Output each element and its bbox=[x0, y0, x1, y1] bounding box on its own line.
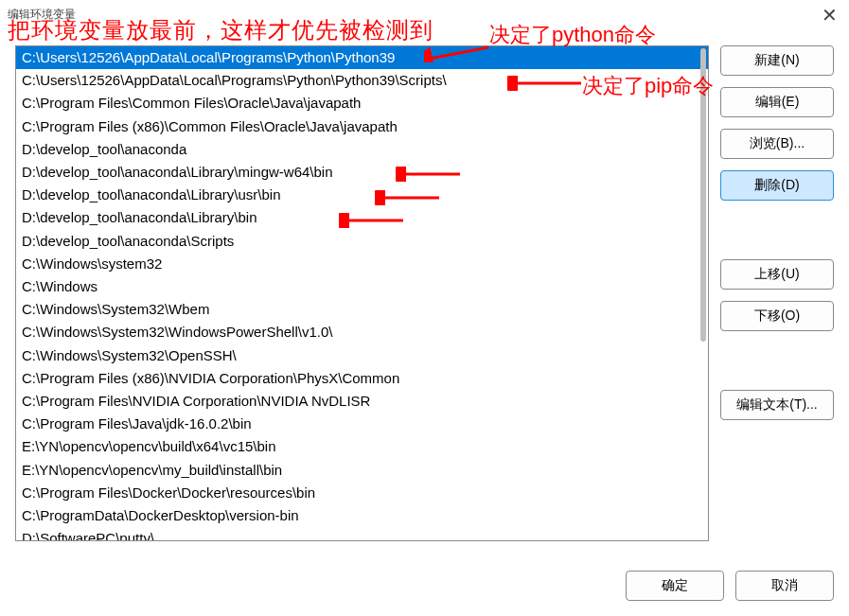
list-item[interactable]: C:\ProgramData\DockerDesktop\version-bin bbox=[16, 504, 708, 527]
list-item[interactable]: C:\Windows bbox=[16, 275, 708, 298]
path-listbox[interactable]: C:\Users\12526\AppData\Local\Programs\Py… bbox=[15, 45, 709, 541]
cancel-button[interactable]: 取消 bbox=[735, 571, 834, 601]
list-item[interactable]: C:\Windows\system32 bbox=[16, 253, 708, 275]
svg-line-1 bbox=[430, 47, 488, 59]
arrow-icon bbox=[339, 213, 405, 228]
moveup-button[interactable]: 上移(U) bbox=[720, 259, 834, 290]
list-item[interactable]: C:\Windows\System32\Wbem bbox=[16, 298, 708, 321]
list-item[interactable]: C:\Program Files\Java\jdk-16.0.2\bin bbox=[16, 413, 708, 435]
arrow-icon bbox=[396, 167, 462, 182]
list-item[interactable]: D:\SoftwarePC\putty\ bbox=[16, 527, 708, 541]
list-item[interactable]: C:\Windows\System32\OpenSSH\ bbox=[16, 344, 708, 367]
list-item[interactable]: C:\Program Files (x86)\NVIDIA Corporatio… bbox=[16, 367, 708, 390]
list-item[interactable]: C:\Program Files\Docker\Docker\resources… bbox=[16, 482, 708, 504]
ok-button[interactable]: 确定 bbox=[626, 571, 724, 601]
list-item[interactable]: C:\Windows\System32\WindowsPowerShell\v1… bbox=[16, 321, 708, 343]
new-button[interactable]: 新建(N) bbox=[720, 45, 834, 76]
edittext-button[interactable]: 编辑文本(T)... bbox=[720, 390, 834, 420]
close-icon[interactable]: ✕ bbox=[822, 4, 838, 26]
edit-button[interactable]: 编辑(E) bbox=[720, 87, 834, 117]
list-item[interactable]: E:\YN\opencv\opencv\build\x64\vc15\bin bbox=[16, 435, 708, 458]
list-item[interactable]: E:\YN\opencv\opencv\my_build\install\bin bbox=[16, 459, 708, 482]
annotation-python: 决定了python命令 bbox=[489, 21, 656, 49]
movedown-button[interactable]: 下移(O) bbox=[720, 301, 834, 331]
list-item[interactable]: D:\develop_tool\anaconda\Library\mingw-w… bbox=[16, 161, 708, 184]
arrow-icon bbox=[507, 76, 583, 91]
delete-button[interactable]: 删除(D) bbox=[720, 170, 834, 201]
annotation-pip: 决定了pip命令 bbox=[582, 72, 714, 100]
list-item[interactable]: C:\Users\12526\AppData\Local\Programs\Py… bbox=[16, 46, 708, 69]
arrow-icon bbox=[375, 190, 441, 205]
arrow-icon bbox=[424, 40, 490, 62]
list-item[interactable]: D:\develop_tool\anaconda bbox=[16, 138, 708, 161]
annotation-top: 把环境变量放最前，这样才优先被检测到 bbox=[8, 15, 433, 45]
list-item[interactable]: C:\Program Files\NVIDIA Corporation\NVID… bbox=[16, 390, 708, 413]
list-item[interactable]: C:\Program Files (x86)\Common Files\Orac… bbox=[16, 115, 708, 138]
list-item[interactable]: D:\develop_tool\anaconda\Library\usr\bin bbox=[16, 184, 708, 206]
browse-button[interactable]: 浏览(B)... bbox=[720, 129, 834, 159]
list-item[interactable]: D:\develop_tool\anaconda\Scripts bbox=[16, 230, 708, 253]
